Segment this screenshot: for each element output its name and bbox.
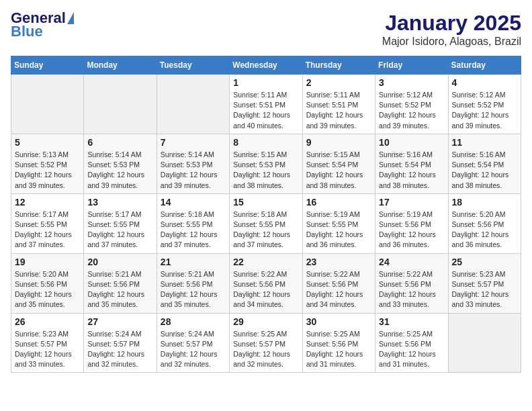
day-number: 2 [306, 77, 371, 88]
calendar-cell: 30Sunrise: 5:25 AMSunset: 5:56 PMDayligh… [302, 313, 375, 373]
logo: General Blue [11, 11, 75, 39]
week-row-4: 19Sunrise: 5:20 AMSunset: 5:56 PMDayligh… [11, 253, 521, 313]
day-info: Sunrise: 5:23 AMSunset: 5:57 PMDaylight:… [15, 329, 80, 370]
page-header: General Blue January 2025 Major Isidoro,… [11, 11, 521, 48]
day-number: 16 [306, 197, 371, 208]
day-number: 4 [452, 77, 517, 88]
day-info: Sunrise: 5:18 AMSunset: 5:55 PMDaylight:… [233, 210, 298, 250]
weekday-header-row: SundayMondayTuesdayWednesdayThursdayFrid… [11, 56, 521, 75]
weekday-header-saturday: Saturday [448, 56, 521, 75]
day-number: 5 [15, 137, 80, 148]
day-number: 29 [233, 316, 298, 327]
day-number: 15 [233, 197, 298, 208]
calendar-cell: 3Sunrise: 5:12 AMSunset: 5:52 PMDaylight… [375, 75, 448, 134]
calendar-cell: 5Sunrise: 5:13 AMSunset: 5:52 PMDaylight… [11, 134, 84, 193]
day-number: 22 [233, 257, 298, 267]
day-number: 6 [87, 137, 152, 148]
day-number: 9 [306, 137, 371, 148]
day-info: Sunrise: 5:25 AMSunset: 5:57 PMDaylight:… [233, 329, 298, 370]
day-number: 14 [161, 197, 226, 208]
calendar-cell [84, 75, 157, 134]
day-number: 10 [379, 137, 444, 148]
calendar-cell [11, 75, 84, 134]
day-info: Sunrise: 5:16 AMSunset: 5:54 PMDaylight:… [379, 150, 444, 191]
day-info: Sunrise: 5:18 AMSunset: 5:55 PMDaylight:… [161, 210, 226, 250]
day-info: Sunrise: 5:24 AMSunset: 5:57 PMDaylight:… [87, 329, 152, 370]
calendar-cell: 28Sunrise: 5:24 AMSunset: 5:57 PMDayligh… [157, 313, 229, 373]
weekday-header-sunday: Sunday [11, 56, 84, 75]
day-info: Sunrise: 5:12 AMSunset: 5:52 PMDaylight:… [452, 90, 517, 131]
calendar-cell: 9Sunrise: 5:15 AMSunset: 5:54 PMDaylight… [302, 134, 375, 193]
weekday-header-thursday: Thursday [302, 56, 375, 75]
calendar-subtitle: Major Isidoro, Alagoas, Brazil [382, 36, 521, 48]
calendar-cell: 19Sunrise: 5:20 AMSunset: 5:56 PMDayligh… [11, 253, 84, 313]
day-number: 3 [379, 77, 444, 88]
day-info: Sunrise: 5:15 AMSunset: 5:53 PMDaylight:… [233, 150, 298, 191]
calendar-cell: 4Sunrise: 5:12 AMSunset: 5:52 PMDaylight… [448, 75, 521, 134]
calendar-cell: 26Sunrise: 5:23 AMSunset: 5:57 PMDayligh… [11, 313, 84, 373]
day-info: Sunrise: 5:22 AMSunset: 5:56 PMDaylight:… [306, 269, 371, 310]
day-info: Sunrise: 5:11 AMSunset: 5:51 PMDaylight:… [233, 90, 298, 131]
day-number: 23 [306, 257, 371, 267]
calendar-cell: 6Sunrise: 5:14 AMSunset: 5:53 PMDaylight… [84, 134, 157, 193]
day-info: Sunrise: 5:22 AMSunset: 5:56 PMDaylight:… [379, 269, 444, 310]
day-number: 26 [15, 316, 80, 327]
calendar-cell: 23Sunrise: 5:22 AMSunset: 5:56 PMDayligh… [302, 253, 375, 313]
calendar-cell: 10Sunrise: 5:16 AMSunset: 5:54 PMDayligh… [375, 134, 448, 193]
calendar-cell: 27Sunrise: 5:24 AMSunset: 5:57 PMDayligh… [84, 313, 157, 373]
day-number: 20 [87, 257, 152, 267]
day-info: Sunrise: 5:23 AMSunset: 5:57 PMDaylight:… [452, 269, 517, 310]
day-number: 24 [379, 257, 444, 267]
day-number: 19 [15, 257, 80, 267]
day-number: 25 [452, 257, 517, 267]
calendar-cell: 16Sunrise: 5:19 AMSunset: 5:55 PMDayligh… [302, 193, 375, 253]
weekday-header-wednesday: Wednesday [230, 56, 302, 75]
calendar-cell: 2Sunrise: 5:11 AMSunset: 5:51 PMDaylight… [302, 75, 375, 134]
week-row-5: 26Sunrise: 5:23 AMSunset: 5:57 PMDayligh… [11, 313, 521, 373]
week-row-1: 1Sunrise: 5:11 AMSunset: 5:51 PMDaylight… [11, 75, 521, 134]
calendar-cell: 21Sunrise: 5:21 AMSunset: 5:56 PMDayligh… [157, 253, 229, 313]
day-number: 11 [452, 137, 517, 148]
day-info: Sunrise: 5:24 AMSunset: 5:57 PMDaylight:… [161, 329, 226, 370]
logo-icon [67, 12, 74, 24]
calendar-cell: 24Sunrise: 5:22 AMSunset: 5:56 PMDayligh… [375, 253, 448, 313]
calendar-cell: 11Sunrise: 5:16 AMSunset: 5:54 PMDayligh… [448, 134, 521, 193]
week-row-3: 12Sunrise: 5:17 AMSunset: 5:55 PMDayligh… [11, 193, 521, 253]
calendar-cell: 15Sunrise: 5:18 AMSunset: 5:55 PMDayligh… [230, 193, 302, 253]
day-info: Sunrise: 5:14 AMSunset: 5:53 PMDaylight:… [161, 150, 226, 191]
day-number: 31 [379, 316, 444, 327]
day-number: 13 [87, 197, 152, 208]
logo-blue: Blue [11, 24, 43, 39]
title-block: January 2025 Major Isidoro, Alagoas, Bra… [382, 11, 521, 48]
day-info: Sunrise: 5:21 AMSunset: 5:56 PMDaylight:… [87, 269, 152, 310]
day-number: 1 [233, 77, 298, 88]
day-info: Sunrise: 5:13 AMSunset: 5:52 PMDaylight:… [15, 150, 80, 191]
day-info: Sunrise: 5:14 AMSunset: 5:53 PMDaylight:… [87, 150, 152, 191]
calendar-title: January 2025 [382, 11, 521, 36]
calendar-cell [448, 313, 521, 373]
day-number: 30 [306, 316, 371, 327]
day-number: 21 [161, 257, 226, 267]
day-info: Sunrise: 5:19 AMSunset: 5:55 PMDaylight:… [306, 210, 371, 250]
day-info: Sunrise: 5:19 AMSunset: 5:56 PMDaylight:… [379, 210, 444, 250]
calendar-cell: 13Sunrise: 5:17 AMSunset: 5:55 PMDayligh… [84, 193, 157, 253]
day-number: 27 [87, 316, 152, 327]
day-info: Sunrise: 5:17 AMSunset: 5:55 PMDaylight:… [15, 210, 80, 250]
calendar-cell: 18Sunrise: 5:20 AMSunset: 5:56 PMDayligh… [448, 193, 521, 253]
day-info: Sunrise: 5:11 AMSunset: 5:51 PMDaylight:… [306, 90, 371, 131]
day-info: Sunrise: 5:25 AMSunset: 5:56 PMDaylight:… [379, 329, 444, 370]
day-number: 28 [161, 316, 226, 327]
calendar-cell [157, 75, 229, 134]
weekday-header-friday: Friday [375, 56, 448, 75]
day-info: Sunrise: 5:25 AMSunset: 5:56 PMDaylight:… [306, 329, 371, 370]
calendar-table: SundayMondayTuesdayWednesdayThursdayFrid… [11, 56, 521, 373]
day-number: 7 [161, 137, 226, 148]
day-info: Sunrise: 5:16 AMSunset: 5:54 PMDaylight:… [452, 150, 517, 191]
calendar-cell: 20Sunrise: 5:21 AMSunset: 5:56 PMDayligh… [84, 253, 157, 313]
day-info: Sunrise: 5:22 AMSunset: 5:56 PMDaylight:… [233, 269, 298, 310]
weekday-header-tuesday: Tuesday [157, 56, 229, 75]
day-info: Sunrise: 5:12 AMSunset: 5:52 PMDaylight:… [379, 90, 444, 131]
calendar-cell: 14Sunrise: 5:18 AMSunset: 5:55 PMDayligh… [157, 193, 229, 253]
week-row-2: 5Sunrise: 5:13 AMSunset: 5:52 PMDaylight… [11, 134, 521, 193]
calendar-cell: 1Sunrise: 5:11 AMSunset: 5:51 PMDaylight… [230, 75, 302, 134]
